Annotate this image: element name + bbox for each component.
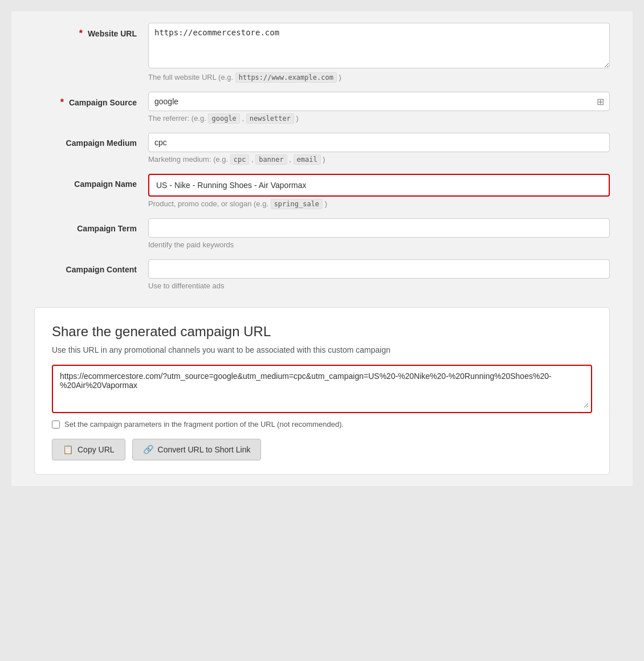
share-section: Share the generated campaign URL Use thi…	[34, 307, 610, 475]
campaign-name-row: Campaign Name Product, promo code, or sl…	[34, 174, 610, 208]
share-subtitle: Use this URL in any promotional channels…	[52, 345, 592, 354]
campaign-medium-help: Marketing medium: (e.g. cpc , banner , e…	[148, 155, 610, 164]
campaign-source-label: * Campaign Source	[34, 92, 148, 108]
convert-url-button[interactable]: 🔗 Convert URL to Short Link	[132, 439, 262, 460]
share-title: Share the generated campaign URL	[52, 324, 592, 340]
campaign-source-row: * Campaign Source ⊞ The referrer: (e.g. …	[34, 92, 610, 123]
campaign-medium-field-wrapper: Marketing medium: (e.g. cpc , banner , e…	[148, 133, 610, 164]
fragment-checkbox-row: Set the campaign parameters in the fragm…	[52, 420, 592, 429]
fragment-checkbox[interactable]	[52, 421, 60, 429]
source-example-google: google	[208, 113, 239, 124]
website-url-field-wrapper: https://ecommercestore.com The full webs…	[148, 23, 610, 81]
fragment-label: Set the campaign parameters in the fragm…	[64, 420, 344, 429]
campaign-content-label: Campaign Content	[34, 259, 148, 274]
source-example-newsletter: newsletter	[246, 113, 294, 124]
medium-example-email: email	[294, 154, 321, 165]
required-star-source: *	[60, 97, 64, 107]
campaign-source-input[interactable]	[148, 92, 610, 111]
campaign-term-input[interactable]	[148, 218, 610, 238]
website-url-row: * Website URL https://ecommercestore.com…	[34, 23, 610, 81]
campaign-name-help: Product, promo code, or slogan (e.g. spr…	[148, 199, 610, 208]
campaign-name-input[interactable]	[150, 176, 608, 194]
campaign-name-highlight-wrapper	[148, 174, 610, 197]
campaign-source-field-wrapper: ⊞ The referrer: (e.g. google , newslette…	[148, 92, 610, 123]
campaign-content-help: Use to differentiate ads	[148, 281, 610, 290]
medium-example-banner: banner	[255, 154, 287, 165]
copy-url-button[interactable]: 📋 Copy URL	[52, 439, 125, 460]
campaign-content-field-wrapper: Use to differentiate ads	[148, 259, 610, 290]
campaign-source-input-wrapper: ⊞	[148, 92, 610, 111]
buttons-row: 📋 Copy URL 🔗 Convert URL to Short Link	[52, 439, 592, 460]
website-url-example: https://www.example.com	[235, 72, 337, 83]
campaign-term-row: Campaign Term Identify the paid keywords	[34, 218, 610, 249]
campaign-medium-label: Campaign Medium	[34, 133, 148, 148]
main-form-container: * Website URL https://ecommercestore.com…	[11, 11, 633, 486]
campaign-medium-row: Campaign Medium Marketing medium: (e.g. …	[34, 133, 610, 164]
campaign-content-row: Campaign Content Use to differentiate ad…	[34, 259, 610, 290]
generated-url-textarea[interactable]: https://ecommercestore.com/?utm_source=g…	[55, 368, 589, 408]
generated-url-wrapper: https://ecommercestore.com/?utm_source=g…	[52, 365, 592, 413]
campaign-term-field-wrapper: Identify the paid keywords	[148, 218, 610, 249]
campaign-content-input[interactable]	[148, 259, 610, 279]
campaign-medium-input[interactable]	[148, 133, 610, 152]
campaign-term-help: Identify the paid keywords	[148, 240, 610, 249]
name-example-spring-sale: spring_sale	[271, 199, 323, 209]
campaign-name-field-wrapper: Product, promo code, or slogan (e.g. spr…	[148, 174, 610, 208]
copy-icon: 📋	[63, 444, 74, 455]
medium-example-cpc: cpc	[230, 154, 250, 165]
website-url-help: The full website URL (e.g. https://www.e…	[148, 73, 610, 81]
website-url-input[interactable]: https://ecommercestore.com	[148, 23, 610, 68]
campaign-term-label: Campaign Term	[34, 218, 148, 233]
copy-url-label: Copy URL	[78, 445, 115, 454]
campaign-source-help: The referrer: (e.g. google , newsletter …	[148, 114, 610, 123]
campaign-name-label: Campaign Name	[34, 174, 148, 189]
source-list-icon: ⊞	[597, 96, 604, 107]
convert-url-label: Convert URL to Short Link	[158, 445, 251, 454]
required-star-url: *	[79, 28, 83, 38]
link-icon: 🔗	[143, 444, 154, 455]
website-url-label: * Website URL	[34, 23, 148, 39]
